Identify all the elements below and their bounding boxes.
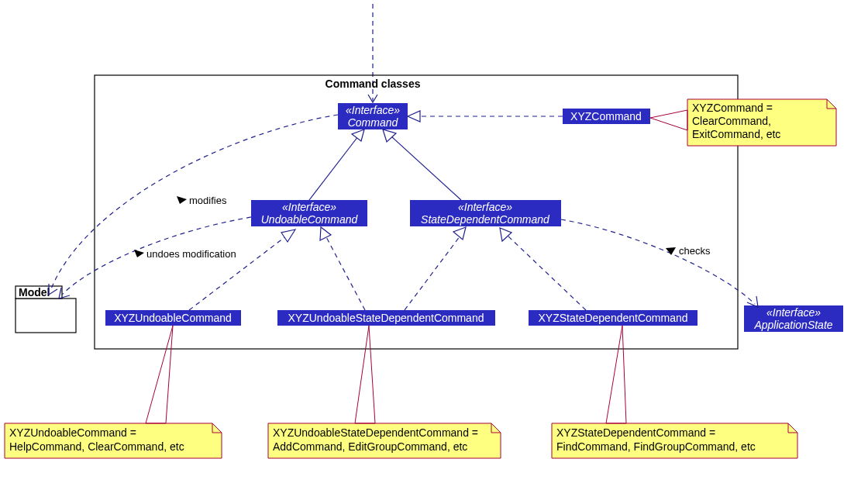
class-xyz-state: XYZStateDependentCommand xyxy=(529,310,698,326)
dep-statedep-appstate xyxy=(561,219,755,304)
label-undoes: undoes modification xyxy=(146,248,236,260)
stereotype-undoable: «Interface» xyxy=(282,201,336,213)
arrow-statedep-appstate xyxy=(747,296,758,307)
label-xyz-undo-state: XYZUndoableStateDependentCommand xyxy=(288,312,484,324)
class-undoable-interface: «Interface» UndoableCommand xyxy=(251,200,367,226)
realize-xyzstate-statedep xyxy=(508,236,586,310)
tri-xyzstate-statedep xyxy=(500,228,512,241)
package-title: Command classes xyxy=(326,78,421,90)
gen-statedep-command xyxy=(391,136,461,200)
note-link-xyzundo xyxy=(146,326,173,423)
class-command-interface: «Interface» Command xyxy=(338,103,408,129)
note-xyzundo-line1: XYZUndoableCommand = xyxy=(9,426,136,439)
label-undoable: UndoableCommand xyxy=(261,213,359,226)
note-xyz-undo-state: XYZUndoableStateDependentCommand = AddCo… xyxy=(268,423,501,458)
label-modifies: modifies xyxy=(189,195,227,206)
realize-xyzus-statedep xyxy=(405,236,460,310)
note-link-xyzstate xyxy=(606,326,626,423)
note-xyzcmd-line2: ClearCommand, xyxy=(692,115,771,127)
class-xyz-undo-state: XYZUndoableStateDependentCommand xyxy=(277,310,495,326)
note-xyzus-line2: AddCommand, EditGroupCommand, etc xyxy=(273,440,467,453)
tri-xyzus-statedep xyxy=(453,227,466,240)
tri-xyzcmd-command xyxy=(408,111,420,122)
label-command: Command xyxy=(348,116,399,129)
class-statedep-interface: «Interface» StateDependentCommand xyxy=(410,200,561,226)
class-xyzcommand: XYZCommand xyxy=(563,109,650,124)
note-xyz-undoable: XYZUndoableCommand = HelpCommand, ClearC… xyxy=(5,423,222,458)
note-xyzundo-line2: HelpCommand, ClearCommand, etc xyxy=(9,440,184,453)
stereotype-appstate: «Interface» xyxy=(766,306,821,319)
note-xyzcommand: XYZCommand = ClearCommand, ExitCommand, … xyxy=(687,99,836,146)
stereotype-statedep: «Interface» xyxy=(458,201,512,213)
component-model: Model xyxy=(16,286,76,333)
note-xyzstate-line2: FindCommand, FindGroupCommand, etc xyxy=(556,440,756,453)
note-link-xyzcmd xyxy=(650,110,687,130)
label-appstate: ApplicationState xyxy=(753,319,832,331)
tri-xyzundo-undoable xyxy=(281,229,295,242)
class-appstate-interface: «Interface» ApplicationState xyxy=(744,305,843,332)
note-xyzcmd-line1: XYZCommand = xyxy=(692,102,773,114)
label-statedep: StateDependentCommand xyxy=(421,213,550,226)
model-label: Model xyxy=(19,286,50,298)
realize-xyzundo-undoable xyxy=(189,236,287,310)
svg-rect-1 xyxy=(16,298,76,333)
gen-undoable-command xyxy=(309,136,358,200)
stereotype-command: «Interface» xyxy=(346,104,400,116)
note-xyzcmd-line3: ExitCommand, etc xyxy=(692,128,780,140)
note-link-xyzus xyxy=(355,326,375,423)
label-xyz-undoable: XYZUndoableCommand xyxy=(114,312,232,324)
note-xyz-state: XYZStateDependentCommand = FindCommand, … xyxy=(552,423,797,458)
label-xyzcommand: XYZCommand xyxy=(570,110,642,122)
class-xyz-undoable: XYZUndoableCommand xyxy=(105,310,241,326)
realize-xyzus-undoable xyxy=(326,236,365,310)
note-xyzus-line1: XYZUndoableStateDependentCommand = xyxy=(273,426,478,439)
label-xyz-state: XYZStateDependentCommand xyxy=(539,312,688,324)
note-xyzstate-line1: XYZStateDependentCommand = xyxy=(556,426,715,439)
label-checks: checks xyxy=(679,245,711,257)
tri-statedep-command xyxy=(383,129,396,142)
tri-xyzus-undoable xyxy=(320,227,331,240)
dir-checks xyxy=(666,247,676,255)
dir-undoes xyxy=(134,250,144,257)
tri-undoable-command xyxy=(352,129,364,141)
dir-modifies xyxy=(177,196,187,204)
